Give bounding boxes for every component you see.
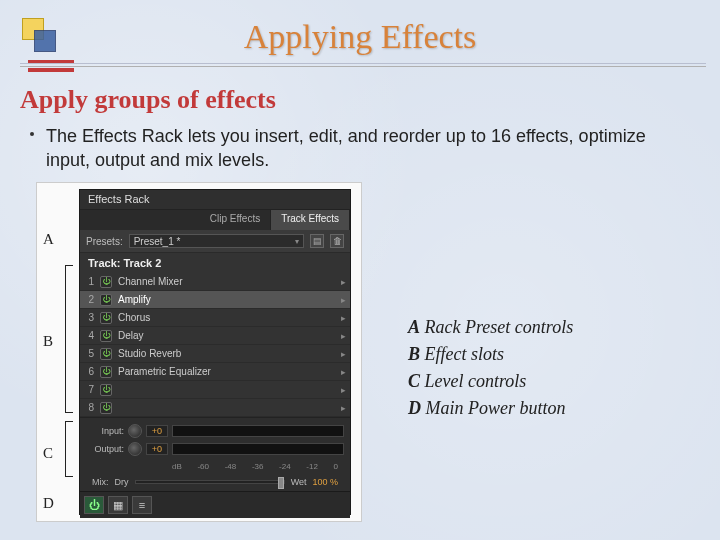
callout-b: B bbox=[43, 333, 53, 350]
slot-number: 6 bbox=[84, 366, 94, 377]
slot-name: Chorus bbox=[118, 312, 335, 323]
bullet-marker bbox=[30, 132, 34, 136]
mix-row: Mix: Dry Wet 100 % bbox=[86, 473, 344, 491]
legend: A Rack Preset controls B Effect slots C … bbox=[408, 314, 573, 422]
slot-name: Studio Reverb bbox=[118, 348, 335, 359]
effects-rack-panel: Effects Rack Clip Effects Track Effects … bbox=[79, 189, 351, 515]
slot-name: Amplify bbox=[118, 294, 335, 305]
legend-c: C Level controls bbox=[408, 368, 573, 395]
power-icon[interactable]: ⏻ bbox=[100, 312, 112, 324]
power-icon[interactable]: ⏻ bbox=[100, 366, 112, 378]
legend-d: D Main Power button bbox=[408, 395, 573, 422]
list-view-button[interactable]: ≡ bbox=[132, 496, 152, 514]
chevron-right-icon: ▸ bbox=[341, 385, 346, 395]
title-rule bbox=[20, 66, 706, 67]
slot-number: 2 bbox=[84, 294, 94, 305]
output-meter bbox=[172, 443, 344, 455]
section-heading: Apply groups of effects bbox=[20, 85, 276, 115]
mix-label: Mix: bbox=[92, 477, 109, 487]
effect-slot-4[interactable]: 4 ⏻ Delay ▸ bbox=[80, 327, 350, 345]
mix-slider[interactable] bbox=[135, 480, 285, 484]
power-icon: ⏻ bbox=[89, 499, 100, 511]
legend-a: A Rack Preset controls bbox=[408, 314, 573, 341]
chevron-right-icon: ▸ bbox=[341, 295, 346, 305]
bullet-text: The Effects Rack lets you insert, edit, … bbox=[46, 124, 690, 173]
chevron-right-icon: ▸ bbox=[341, 349, 346, 359]
chevron-right-icon: ▸ bbox=[341, 313, 346, 323]
input-value: +0 bbox=[146, 425, 168, 437]
legend-b: B Effect slots bbox=[408, 341, 573, 368]
chevron-right-icon: ▸ bbox=[341, 331, 346, 341]
bracket-c bbox=[65, 421, 73, 477]
preset-row: Presets: Preset_1 * ▾ ▤ 🗑 bbox=[80, 230, 350, 253]
slot-name: Delay bbox=[118, 330, 335, 341]
chevron-down-icon: ▾ bbox=[295, 237, 299, 246]
input-level-row: Input: +0 bbox=[86, 424, 344, 438]
db-ruler: dB -60 -48 -36 -24 -12 0 bbox=[86, 460, 344, 473]
effects-rack-screenshot: A B C D Effects Rack Clip Effects Track … bbox=[36, 182, 362, 522]
effect-slot-1[interactable]: 1 ⏻ Channel Mixer ▸ bbox=[80, 273, 350, 291]
preset-value: Preset_1 * bbox=[134, 236, 181, 247]
slot-number: 1 bbox=[84, 276, 94, 287]
effect-slot-6[interactable]: 6 ⏻ Parametric Equalizer ▸ bbox=[80, 363, 350, 381]
slot-number: 5 bbox=[84, 348, 94, 359]
chevron-right-icon: ▸ bbox=[341, 277, 346, 287]
slot-name: Parametric Equalizer bbox=[118, 366, 335, 377]
effect-slot-2[interactable]: 2 ⏻ Amplify ▸ bbox=[80, 291, 350, 309]
output-level-row: Output: +0 bbox=[86, 442, 344, 456]
mix-wet-label: Wet bbox=[291, 477, 307, 487]
effect-slot-8[interactable]: 8 ⏻ ▸ bbox=[80, 399, 350, 417]
track-label: Track: Track 2 bbox=[80, 253, 350, 273]
chevron-right-icon: ▸ bbox=[341, 403, 346, 413]
slot-number: 7 bbox=[84, 384, 94, 395]
input-label: Input: bbox=[86, 426, 124, 436]
input-knob[interactable] bbox=[128, 424, 142, 438]
slide-title: Applying Effects bbox=[0, 18, 720, 56]
output-knob[interactable] bbox=[128, 442, 142, 456]
callout-c: C bbox=[43, 445, 53, 462]
save-preset-button[interactable]: ▤ bbox=[310, 234, 324, 248]
power-icon[interactable]: ⏻ bbox=[100, 276, 112, 288]
effect-slot-3[interactable]: 3 ⏻ Chorus ▸ bbox=[80, 309, 350, 327]
tab-track-effects[interactable]: Track Effects bbox=[271, 210, 350, 230]
chevron-right-icon: ▸ bbox=[341, 367, 346, 377]
effect-slot-5[interactable]: 5 ⏻ Studio Reverb ▸ bbox=[80, 345, 350, 363]
preset-label: Presets: bbox=[86, 236, 123, 247]
output-value: +0 bbox=[146, 443, 168, 455]
slot-name: Channel Mixer bbox=[118, 276, 335, 287]
main-power-button[interactable]: ⏻ bbox=[84, 496, 104, 514]
tab-clip-effects[interactable]: Clip Effects bbox=[200, 210, 271, 230]
power-icon[interactable]: ⏻ bbox=[100, 330, 112, 342]
mix-dry-label: Dry bbox=[115, 477, 129, 487]
power-icon[interactable]: ⏻ bbox=[100, 294, 112, 306]
grid-view-button[interactable]: ▦ bbox=[108, 496, 128, 514]
output-label: Output: bbox=[86, 444, 124, 454]
panel-tabs: Clip Effects Track Effects bbox=[80, 210, 350, 230]
slot-number: 8 bbox=[84, 402, 94, 413]
bottom-bar: ⏻ ▦ ≡ bbox=[80, 491, 350, 518]
slider-thumb[interactable] bbox=[278, 477, 284, 489]
delete-preset-button[interactable]: 🗑 bbox=[330, 234, 344, 248]
callout-a: A bbox=[43, 231, 54, 248]
effect-slot-7[interactable]: 7 ⏻ ▸ bbox=[80, 381, 350, 399]
callout-d: D bbox=[43, 495, 54, 512]
slot-number: 4 bbox=[84, 330, 94, 341]
power-icon[interactable]: ⏻ bbox=[100, 384, 112, 396]
mix-value: 100 % bbox=[312, 477, 338, 487]
list-icon: ≡ bbox=[139, 499, 145, 511]
preset-select[interactable]: Preset_1 * ▾ bbox=[129, 234, 304, 248]
slot-number: 3 bbox=[84, 312, 94, 323]
bracket-b bbox=[65, 265, 73, 413]
power-icon[interactable]: ⏻ bbox=[100, 348, 112, 360]
grid-icon: ▦ bbox=[113, 499, 123, 512]
trash-icon: 🗑 bbox=[333, 236, 342, 246]
power-icon[interactable]: ⏻ bbox=[100, 402, 112, 414]
effect-slots: 1 ⏻ Channel Mixer ▸ 2 ⏻ Amplify ▸ 3 ⏻ Ch… bbox=[80, 273, 350, 417]
level-controls: Input: +0 Output: +0 dB -60 -48 -36 -24 … bbox=[80, 417, 350, 491]
disk-icon: ▤ bbox=[313, 236, 322, 246]
input-meter bbox=[172, 425, 344, 437]
panel-header: Effects Rack bbox=[80, 190, 350, 210]
